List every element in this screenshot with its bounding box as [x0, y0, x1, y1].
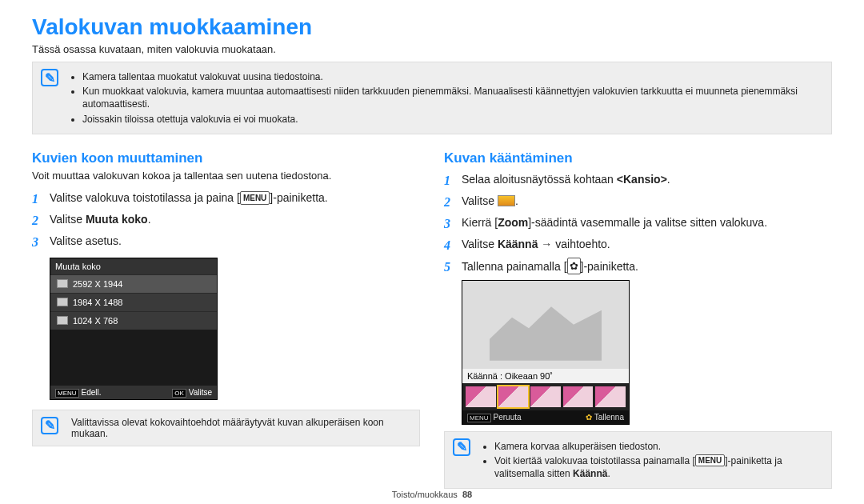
thumbnail-strip — [462, 383, 629, 410]
step: Valitse valokuva toistotilassa ja paina … — [32, 190, 420, 206]
col-rotate: Kuvan kääntäminen Selaa aloitusnäytössä … — [444, 144, 832, 499]
size-icon — [57, 316, 68, 325]
photo-silhouette — [490, 289, 602, 361]
page-footer: Toisto/muokkaus 88 — [0, 490, 864, 499]
size-icon — [57, 279, 68, 288]
menu-key-icon: MENU — [240, 191, 270, 205]
size-icon — [57, 298, 68, 306]
intro-text: Tässä osassa kuvataan, miten valokuvia m… — [32, 43, 832, 55]
note-icon: ✎ — [41, 69, 58, 86]
device-screenshot-resize: Muuta koko 2592 X 1944 1984 X 1488 1024 … — [50, 258, 218, 400]
left-bottom-note: ✎ Valittavissa olevat kokovaihtoehdot mä… — [32, 410, 420, 446]
section-sub: Voit muuttaa valokuvan kokoa ja tallenta… — [32, 170, 420, 182]
note-item: Joissakin tiloissa otettuja valokuvia ei… — [82, 113, 823, 126]
step: Valitse Käännä → vaihtoehto. — [444, 236, 832, 253]
right-bottom-note: ✎ Kamera korvaa alkuperäisen tiedoston. … — [444, 431, 832, 490]
note-item: Voit kiertää valokuvaa toistotilassa pai… — [494, 454, 823, 480]
menu-key-icon: MENU — [695, 454, 725, 467]
thumb — [466, 386, 496, 407]
device-screenshot-rotate: Käännä : Oikeaan 90˚ MENUPeruuta ✿ Talle… — [462, 280, 630, 425]
thumb — [563, 386, 594, 407]
resize-option: 1984 X 1488 — [50, 293, 217, 311]
macro-key-icon — [567, 260, 581, 273]
step: Valitse . — [444, 193, 832, 210]
rotate-caption: Käännä : Oikeaan 90˚ — [462, 369, 629, 383]
section-heading: Kuvien koon muuttaminen — [32, 150, 420, 166]
step: Valitse Muuta koko. — [32, 211, 420, 228]
step: Kierrä [Zoom]-säädintä vasemmalle ja val… — [444, 214, 832, 231]
top-note: ✎ Kamera tallentaa muokatut valokuvat uu… — [32, 62, 832, 134]
device-footer: MENUPeruuta ✿ Tallenna — [462, 410, 629, 424]
col-resize: Kuvien koon muuttaminen Voit muuttaa val… — [32, 144, 420, 499]
thumb-selected — [498, 386, 529, 407]
thumb — [530, 386, 561, 407]
resize-option: 2592 X 1944 — [50, 274, 217, 293]
thumb — [595, 386, 626, 407]
device-footer: MENUEdell. OKValitse — [50, 386, 217, 399]
device-title: Muuta koko — [50, 258, 217, 274]
section-heading: Kuvan kääntäminen — [444, 150, 832, 166]
page-title: Valokuvan muokkaaminen — [32, 14, 832, 40]
note-icon: ✎ — [453, 438, 470, 456]
note-item: Kamera tallentaa muokatut valokuvat uusi… — [82, 70, 823, 83]
app-icon — [498, 195, 515, 206]
step: Selaa aloitusnäytössä kohtaan <Kansio>. — [444, 171, 832, 188]
note-item: Kun muokkaat valokuvia, kamera muuntaa a… — [82, 85, 823, 110]
note-icon: ✎ — [41, 417, 58, 434]
resize-option: 1024 X 768 — [50, 311, 217, 330]
step: Tallenna painamalla []-painiketta. — [444, 258, 832, 275]
note-item: Kamera korvaa alkuperäisen tiedoston. — [494, 440, 823, 453]
step: Valitse asetus. — [32, 233, 420, 250]
